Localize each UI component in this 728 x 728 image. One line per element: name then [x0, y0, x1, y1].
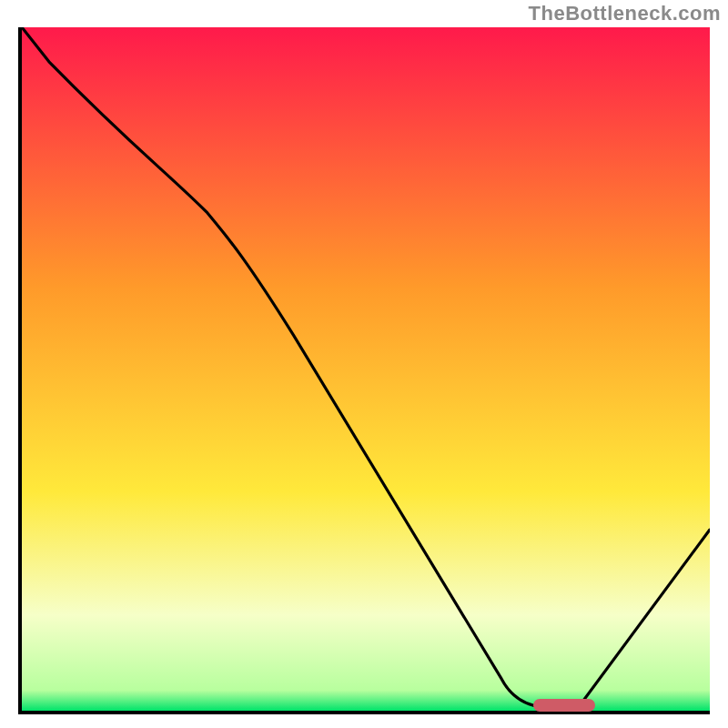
chart-area: [18, 27, 710, 714]
optimal-range-marker: [533, 699, 595, 712]
bottleneck-curve: [22, 27, 710, 711]
watermark-text: TheBottleneck.com: [529, 2, 721, 25]
